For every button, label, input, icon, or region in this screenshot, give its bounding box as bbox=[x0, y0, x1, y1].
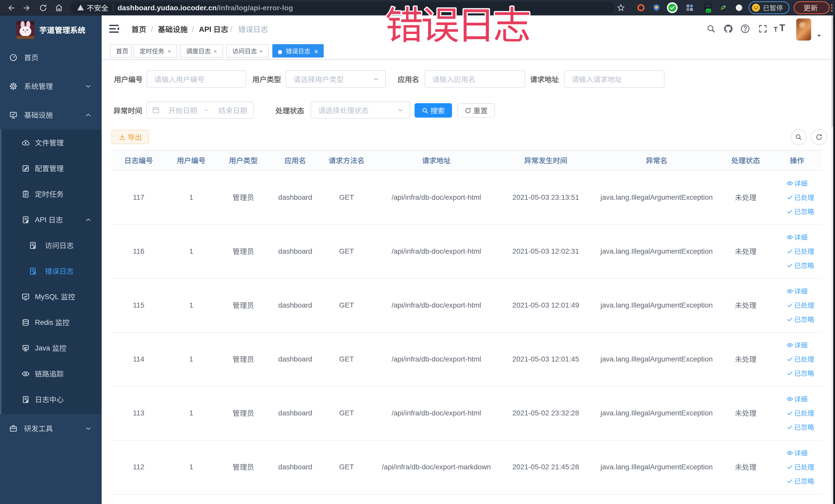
svg-text:on: on bbox=[707, 9, 710, 12]
